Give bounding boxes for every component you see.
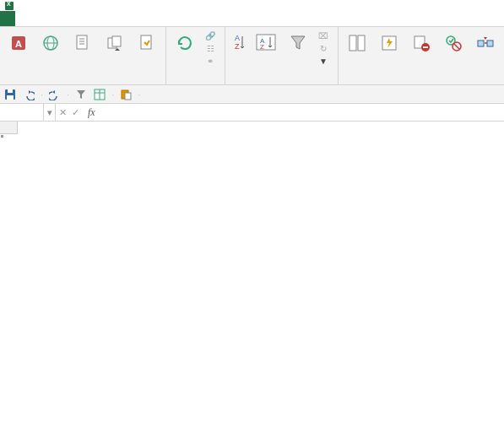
app-icon <box>5 2 14 10</box>
name-box-dropdown[interactable]: ▾ <box>44 104 56 121</box>
from-other-button[interactable] <box>100 30 129 58</box>
other-source-icon <box>103 31 127 55</box>
filter-qat-button[interactable] <box>74 88 88 101</box>
svg-rect-18 <box>358 35 365 51</box>
clear-icon: ⌧ <box>318 30 328 41</box>
flash-fill-icon <box>377 31 401 55</box>
svg-rect-40 <box>125 93 131 100</box>
text-file-icon <box>71 31 95 55</box>
svg-text:Z: Z <box>260 43 264 51</box>
spreadsheet-grid <box>0 122 504 134</box>
svg-line-25 <box>454 44 459 49</box>
advanced-icon: ▼ <box>318 56 328 66</box>
svg-rect-35 <box>7 95 14 100</box>
filter-icon <box>286 31 310 55</box>
fill-handle[interactable] <box>0 134 4 138</box>
edit-link-icon: ⚭ <box>205 56 215 66</box>
ribbon-group-sort-filter: AZ AZ ⌧ ↻ ▼ <box>225 27 339 84</box>
properties-icon: ☷ <box>205 43 215 53</box>
quick-access-toolbar: · · · · <box>0 85 504 104</box>
edit-links-button[interactable]: ⚭ <box>203 55 220 67</box>
name-box[interactable] <box>0 104 44 121</box>
accept-formula-button[interactable]: ✓ <box>72 107 79 118</box>
select-all-corner[interactable] <box>0 122 18 134</box>
access-icon: A <box>7 31 30 55</box>
remove-duplicates-button[interactable] <box>407 30 436 58</box>
svg-text:A: A <box>235 34 240 42</box>
save-button[interactable] <box>3 88 17 101</box>
consolidate-icon <box>474 31 497 55</box>
ribbon-group-data-tools: ? <box>339 27 504 84</box>
from-web-button[interactable] <box>36 30 65 58</box>
cancel-formula-button[interactable]: ✕ <box>59 107 67 118</box>
svg-rect-34 <box>8 89 13 93</box>
fx-button[interactable]: fx <box>84 106 99 119</box>
ribbon: A <box>0 27 504 85</box>
svg-text:A: A <box>15 39 22 49</box>
clear-filter-button[interactable]: ⌧ <box>316 30 333 41</box>
name-box-input[interactable] <box>3 107 40 117</box>
qat-sep: · <box>67 89 69 100</box>
title-bar <box>0 0 504 11</box>
paste-qat-button[interactable] <box>119 88 133 101</box>
validation-icon <box>442 31 465 55</box>
qat-sep: · <box>41 89 43 100</box>
formula-buttons: ✕ ✓ fx <box>56 104 102 121</box>
qat-sep: · <box>111 89 114 100</box>
sort-button[interactable]: AZ <box>252 30 280 58</box>
existing-conn-icon <box>135 31 159 55</box>
ribbon-group-external-data: A <box>0 27 166 84</box>
from-text-button[interactable] <box>68 30 97 58</box>
sort-az-icon: AZ <box>232 31 246 55</box>
existing-connections-button[interactable] <box>133 30 161 58</box>
formula-bar: ▾ ✕ ✓ fx <box>0 104 504 122</box>
consolidate-button[interactable] <box>471 30 500 58</box>
svg-rect-26 <box>478 41 484 46</box>
refresh-all-button[interactable] <box>171 30 199 58</box>
ribbon-tabs <box>0 11 504 27</box>
properties-button[interactable]: ☷ <box>203 42 220 54</box>
svg-rect-17 <box>350 35 356 51</box>
sort-icon: AZ <box>254 31 278 55</box>
ribbon-group-connections: 🔗 ☷ ⚭ <box>166 27 225 84</box>
svg-rect-11 <box>141 35 151 49</box>
remove-dup-icon <box>409 31 433 55</box>
text-to-columns-button[interactable] <box>343 30 371 58</box>
filter-button[interactable] <box>284 30 312 58</box>
connections-button[interactable]: 🔗 <box>203 30 220 41</box>
flash-fill-button[interactable] <box>375 30 404 58</box>
link-icon: 🔗 <box>205 30 215 41</box>
undo-button[interactable] <box>22 88 35 101</box>
table-qat-button[interactable] <box>93 88 106 101</box>
sort-az-button[interactable]: AZ <box>230 30 248 57</box>
advanced-filter-button[interactable]: ▼ <box>316 55 333 67</box>
svg-text:Z: Z <box>235 42 240 51</box>
reapply-icon: ↻ <box>318 43 328 53</box>
web-icon <box>39 31 62 55</box>
qat-sep: · <box>138 89 140 100</box>
redo-button[interactable] <box>48 88 62 101</box>
reapply-button[interactable]: ↻ <box>316 42 333 54</box>
svg-rect-27 <box>487 41 493 46</box>
tab-file[interactable] <box>0 11 15 26</box>
from-access-button[interactable]: A <box>4 30 33 58</box>
refresh-icon <box>173 31 197 55</box>
data-validation-button[interactable] <box>439 30 468 58</box>
svg-rect-5 <box>77 35 87 49</box>
svg-rect-10 <box>112 36 121 46</box>
columns-icon <box>345 31 369 55</box>
formula-input[interactable] <box>102 104 504 121</box>
